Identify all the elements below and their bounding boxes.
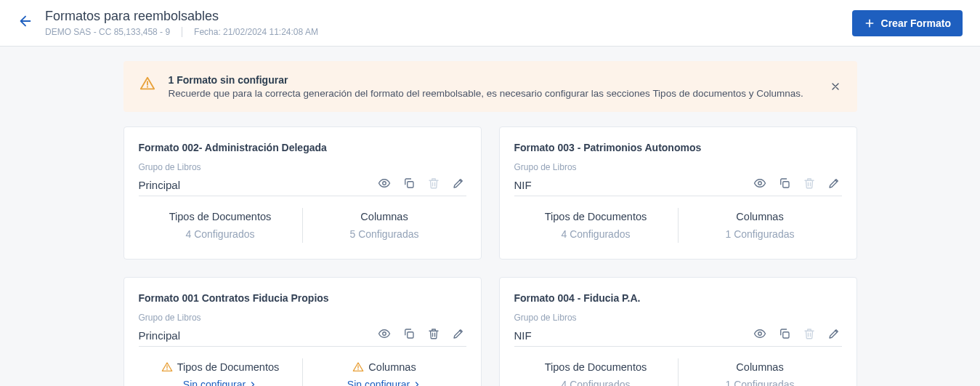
- card-title: Formato 002- Administración Delegada: [139, 142, 466, 153]
- section-title-row: Tipos de Documentos: [161, 361, 280, 373]
- section-title-row: Tipos de Documentos: [169, 211, 272, 222]
- card-group-label: Grupo de Libros: [514, 162, 842, 172]
- card-section-columnas: Columnas 1 Configuradas: [679, 208, 842, 243]
- main-content: 1 Formato sin configurar Recuerde que pa…: [123, 47, 857, 386]
- section-count: 1 Configuradas: [726, 228, 795, 240]
- cards-grid: Formato 002- Administración Delegada Gru…: [123, 126, 857, 386]
- card-value-row: NIF: [514, 175, 842, 196]
- copy-button[interactable]: [401, 175, 417, 191]
- section-title-row: Columnas: [736, 211, 783, 222]
- alert-message: Recuerde que para la correcta generación…: [169, 88, 817, 99]
- create-format-button[interactable]: Crear Formato: [852, 10, 963, 36]
- edit-button[interactable]: [826, 326, 842, 342]
- card-title: Formato 004 - Fiducia P.A.: [514, 292, 842, 304]
- section-title-row: Tipos de Documentos: [545, 361, 647, 373]
- header-left: Formatos para reembolsables DEMO SAS - C…: [17, 9, 318, 37]
- company-info: DEMO SAS - CC 85,133,458 - 9: [45, 27, 170, 37]
- subtitle-row: DEMO SAS - CC 85,133,458 - 9 Fecha: 21/0…: [45, 27, 318, 37]
- section-title-row: Columnas: [736, 361, 783, 373]
- warning-alert: 1 Formato sin configurar Recuerde que pa…: [123, 61, 857, 112]
- copy-button[interactable]: [401, 326, 417, 342]
- copy-button[interactable]: [777, 326, 793, 342]
- view-button[interactable]: [376, 175, 392, 191]
- page-title: Formatos para reembolsables: [45, 9, 318, 24]
- card-group-value: NIF: [514, 179, 532, 191]
- delete-button: [801, 326, 817, 342]
- format-card: Formato 004 - Fiducia P.A. Grupo de Libr…: [499, 277, 857, 386]
- card-actions: [376, 326, 466, 342]
- section-title: Columnas: [360, 211, 408, 222]
- card-title: Formato 003 - Patrimonios Autonomos: [514, 142, 842, 153]
- format-card: Formato 001 Contratos Fiducia Propios Gr…: [123, 277, 482, 386]
- delete-button: [801, 175, 817, 191]
- edit-button[interactable]: [450, 326, 466, 342]
- back-arrow-icon[interactable]: [17, 9, 33, 29]
- title-block: Formatos para reembolsables DEMO SAS - C…: [45, 9, 318, 37]
- card-group-value: NIF: [514, 329, 532, 342]
- section-count: 4 Configurados: [186, 228, 255, 240]
- card-actions: [752, 175, 842, 191]
- section-title: Tipos de Documentos: [545, 211, 647, 222]
- section-count: 4 Configurados: [562, 228, 631, 240]
- section-title-row: Tipos de Documentos: [545, 211, 647, 222]
- card-value-row: Principal: [139, 175, 466, 196]
- section-count: 5 Configuradas: [350, 228, 419, 240]
- card-group-value: Principal: [139, 179, 181, 191]
- card-section-tipos: Tipos de Documentos 4 Configurados: [139, 208, 302, 243]
- card-group-label: Grupo de Libros: [139, 313, 466, 323]
- section-count: 4 Configurados: [562, 379, 631, 386]
- format-card: Formato 003 - Patrimonios Autonomos Grup…: [499, 126, 857, 260]
- configure-link[interactable]: Sin configurar: [347, 379, 421, 386]
- card-actions: [376, 175, 466, 191]
- chevron-right-icon: [248, 380, 257, 386]
- section-title: Columnas: [736, 361, 783, 373]
- card-sections: Tipos de Documentos 4 Configurados Colum…: [139, 208, 466, 243]
- card-title: Formato 001 Contratos Fiducia Propios: [139, 292, 466, 304]
- section-title-row: Columnas: [360, 211, 408, 222]
- create-format-label: Crear Formato: [881, 17, 951, 29]
- card-actions: [752, 326, 842, 342]
- card-section-columnas: Columnas 5 Configuradas: [303, 208, 466, 243]
- warning-icon: [352, 361, 364, 373]
- card-group-label: Grupo de Libros: [139, 162, 466, 172]
- card-section-columnas: Columnas Sin configurar: [303, 358, 466, 386]
- card-group-label: Grupo de Libros: [514, 313, 842, 323]
- plus-icon: [864, 17, 875, 29]
- card-section-columnas: Columnas 1 Configuradas: [679, 358, 842, 386]
- alert-close-button[interactable]: [830, 81, 841, 92]
- copy-button[interactable]: [777, 175, 793, 191]
- format-card: Formato 002- Administración Delegada Gru…: [123, 126, 482, 260]
- view-button[interactable]: [752, 175, 768, 191]
- subtitle-divider: [182, 27, 182, 37]
- card-sections: Tipos de Documentos 4 Configurados Colum…: [514, 358, 842, 386]
- section-title-row: Columnas: [352, 361, 416, 373]
- card-section-tipos: Tipos de Documentos 4 Configurados: [514, 208, 678, 243]
- warning-icon: [139, 76, 155, 92]
- section-title: Tipos de Documentos: [169, 211, 272, 222]
- edit-button[interactable]: [826, 175, 842, 191]
- card-group-value: Principal: [139, 329, 181, 342]
- chevron-right-icon: [413, 380, 421, 386]
- section-title: Tipos de Documentos: [177, 361, 280, 373]
- card-sections: Tipos de Documentos 4 Configurados Colum…: [514, 208, 842, 243]
- page-header: Formatos para reembolsables DEMO SAS - C…: [0, 0, 980, 47]
- section-title: Tipos de Documentos: [545, 361, 647, 373]
- card-value-row: NIF: [514, 326, 842, 347]
- view-button[interactable]: [376, 326, 392, 342]
- warning-icon: [161, 361, 173, 373]
- view-button[interactable]: [752, 326, 768, 342]
- edit-button[interactable]: [450, 175, 466, 191]
- alert-title: 1 Formato sin configurar: [169, 74, 817, 86]
- section-title: Columnas: [368, 361, 416, 373]
- date-info: Fecha: 21/02/2024 11:24:08 AM: [194, 27, 318, 37]
- section-title: Columnas: [736, 211, 783, 222]
- delete-button: [426, 175, 442, 191]
- card-section-tipos: Tipos de Documentos Sin configurar: [139, 358, 302, 386]
- card-sections: Tipos de Documentos Sin configurar Colum…: [139, 358, 466, 386]
- card-value-row: Principal: [139, 326, 466, 347]
- configure-link[interactable]: Sin configurar: [183, 379, 257, 386]
- card-section-tipos: Tipos de Documentos 4 Configurados: [514, 358, 678, 386]
- delete-button[interactable]: [426, 326, 442, 342]
- alert-body: 1 Formato sin configurar Recuerde que pa…: [169, 74, 817, 99]
- section-count: 1 Configuradas: [726, 379, 795, 386]
